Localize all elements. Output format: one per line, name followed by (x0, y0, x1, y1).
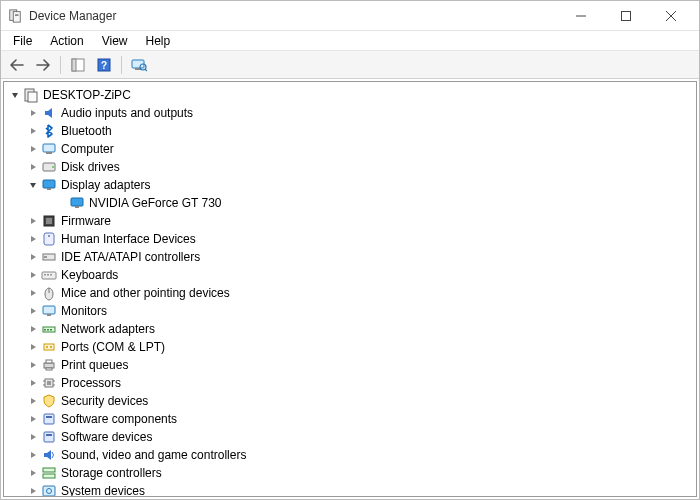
menu-action[interactable]: Action (42, 32, 91, 50)
minimize-button[interactable] (558, 2, 603, 30)
mouse-icon (41, 285, 57, 301)
tree-item-firmware[interactable]: Firmware (4, 212, 696, 230)
window-title: Device Manager (29, 9, 116, 23)
title-bar: Device Manager (1, 1, 699, 31)
tree-item-label: Audio inputs and outputs (59, 106, 193, 120)
svg-rect-58 (44, 432, 54, 442)
chevron-right-icon[interactable] (26, 376, 40, 390)
root-icon (23, 87, 39, 103)
tree-item-human-interface-devices[interactable]: Human Interface Devices (4, 230, 696, 248)
show-hide-console-tree-button[interactable] (66, 54, 90, 76)
toolbar: ? (1, 51, 699, 79)
security-icon (41, 393, 57, 409)
forward-button[interactable] (31, 54, 55, 76)
tree-item-bluetooth[interactable]: Bluetooth (4, 122, 696, 140)
svg-rect-4 (621, 11, 630, 20)
chevron-right-icon[interactable] (26, 106, 40, 120)
svg-rect-16 (28, 92, 37, 102)
svg-rect-27 (46, 218, 52, 224)
tree-item-label: Computer (59, 142, 114, 156)
firmware-icon (41, 213, 57, 229)
tree-item-system-devices[interactable]: System devices (4, 482, 696, 497)
svg-rect-2 (15, 14, 19, 16)
svg-rect-39 (47, 314, 51, 316)
hid-icon (41, 231, 57, 247)
storage-icon (41, 465, 57, 481)
svg-rect-57 (46, 416, 52, 418)
bluetooth-icon (41, 123, 57, 139)
svg-rect-34 (47, 274, 49, 276)
svg-rect-38 (43, 306, 55, 314)
chevron-right-icon[interactable] (26, 394, 40, 408)
chevron-right-icon[interactable] (26, 160, 40, 174)
menu-help[interactable]: Help (138, 32, 179, 50)
chevron-right-icon[interactable] (26, 268, 40, 282)
menu-bar: File Action View Help (1, 31, 699, 51)
svg-rect-62 (43, 474, 55, 478)
computer-icon (41, 141, 57, 157)
disk-icon (41, 159, 57, 175)
svg-rect-31 (44, 256, 47, 258)
tree-item-sound-video-and-game-controllers[interactable]: Sound, video and game controllers (4, 446, 696, 464)
svg-rect-1 (13, 11, 20, 22)
chevron-right-icon[interactable] (26, 340, 40, 354)
tree-item-desktop-zipc[interactable]: DESKTOP-ZiPC (4, 86, 696, 104)
tree-item-nvidia-geforce-gt-730[interactable]: NVIDIA GeForce GT 730 (4, 194, 696, 212)
menu-file[interactable]: File (5, 32, 40, 50)
help-button[interactable]: ? (92, 54, 116, 76)
tree-item-ports-com-lpt[interactable]: Ports (COM & LPT) (4, 338, 696, 356)
svg-rect-22 (43, 180, 55, 188)
close-button[interactable] (648, 2, 693, 30)
monitor-icon (41, 303, 57, 319)
tree-item-computer[interactable]: Computer (4, 140, 696, 158)
tree-item-disk-drives[interactable]: Disk drives (4, 158, 696, 176)
tree-item-network-adapters[interactable]: Network adapters (4, 320, 696, 338)
back-button[interactable] (5, 54, 29, 76)
device-tree-pane[interactable]: DESKTOP-ZiPCAudio inputs and outputsBlue… (3, 81, 697, 497)
chevron-right-icon[interactable] (26, 250, 40, 264)
chevron-right-icon[interactable] (26, 358, 40, 372)
tree-item-processors[interactable]: Processors (4, 374, 696, 392)
svg-rect-25 (75, 206, 79, 208)
tree-item-security-devices[interactable]: Security devices (4, 392, 696, 410)
tree-item-monitors[interactable]: Monitors (4, 302, 696, 320)
ide-icon (41, 249, 57, 265)
tree-item-keyboards[interactable]: Keyboards (4, 266, 696, 284)
software-icon (41, 411, 57, 427)
chevron-right-icon[interactable] (26, 412, 40, 426)
chevron-right-icon[interactable] (26, 232, 40, 246)
svg-rect-17 (45, 111, 48, 115)
tree-item-label: Firmware (59, 214, 111, 228)
chevron-right-icon[interactable] (26, 430, 40, 444)
tree-item-display-adapters[interactable]: Display adapters (4, 176, 696, 194)
svg-point-21 (52, 166, 54, 168)
chevron-right-icon[interactable] (26, 142, 40, 156)
menu-view[interactable]: View (94, 32, 136, 50)
tree-item-label: NVIDIA GeForce GT 730 (87, 196, 222, 210)
maximize-button[interactable] (603, 2, 648, 30)
scan-hardware-button[interactable] (127, 54, 151, 76)
chevron-right-icon[interactable] (26, 322, 40, 336)
chevron-down-icon[interactable] (8, 88, 22, 102)
svg-line-14 (145, 69, 147, 71)
chevron-right-icon[interactable] (26, 214, 40, 228)
tree-item-mice-and-other-pointing-devices[interactable]: Mice and other pointing devices (4, 284, 696, 302)
chevron-down-icon[interactable] (26, 178, 40, 192)
tree-item-label: Disk drives (59, 160, 120, 174)
chevron-right-icon[interactable] (26, 286, 40, 300)
chevron-right-icon[interactable] (26, 304, 40, 318)
tree-item-software-devices[interactable]: Software devices (4, 428, 696, 446)
tree-item-audio-inputs-and-outputs[interactable]: Audio inputs and outputs (4, 104, 696, 122)
svg-rect-59 (46, 434, 52, 436)
tree-item-storage-controllers[interactable]: Storage controllers (4, 464, 696, 482)
chevron-right-icon[interactable] (26, 448, 40, 462)
svg-text:?: ? (101, 60, 107, 71)
chevron-right-icon[interactable] (26, 466, 40, 480)
toolbar-separator (121, 56, 122, 74)
chevron-right-icon[interactable] (26, 124, 40, 138)
tree-item-software-components[interactable]: Software components (4, 410, 696, 428)
display-icon (41, 177, 57, 193)
tree-item-ide-ata-atapi-controllers[interactable]: IDE ATA/ATAPI controllers (4, 248, 696, 266)
tree-item-print-queues[interactable]: Print queues (4, 356, 696, 374)
chevron-right-icon[interactable] (26, 484, 40, 497)
